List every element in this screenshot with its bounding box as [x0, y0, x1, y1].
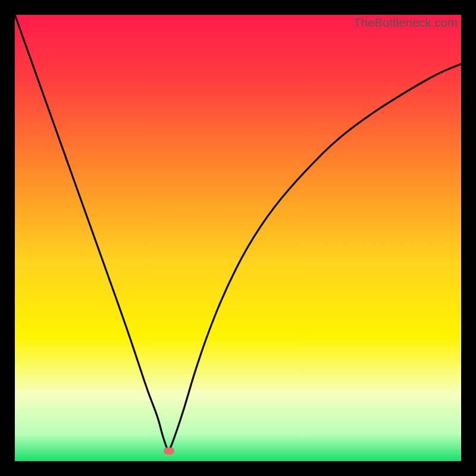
watermark-text: TheBottleneck.com: [353, 16, 458, 30]
plot-frame: TheBottleneck.com: [15, 15, 461, 461]
bottleneck-curve: [15, 15, 461, 461]
optimal-point-marker: [164, 447, 174, 455]
